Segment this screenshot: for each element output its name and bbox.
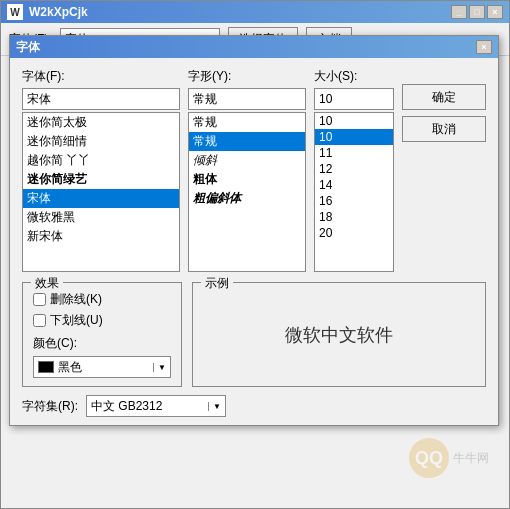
minimize-btn[interactable]: _ xyxy=(451,5,467,19)
maximize-btn[interactable]: □ xyxy=(469,5,485,19)
sample-box: 示例 微软中文软件 xyxy=(192,282,486,387)
underline-row: 下划线(U) xyxy=(33,312,171,329)
ok-cancel-column: 确定 取消 xyxy=(402,68,486,272)
watermark: QQ 牛牛网 xyxy=(409,438,489,478)
bottom-row: 效果 删除线(K) 下划线(U) 颜色(C): 黑色 xyxy=(22,282,486,387)
ok-button[interactable]: 确定 xyxy=(402,84,486,110)
color-row: 颜色(C): xyxy=(33,335,171,352)
style-column: 字形(Y): 常规 常规 倾斜 粗体 粗偏斜体 xyxy=(188,68,306,272)
size-item-2[interactable]: 11 xyxy=(315,145,393,161)
underline-label: 下划线(U) xyxy=(50,312,103,329)
sample-content: 微软中文软件 xyxy=(193,283,485,386)
watermark-logo: QQ xyxy=(409,438,449,478)
color-swatch xyxy=(38,361,54,373)
font-dialog: 字体 × 字体(F): 迷你简太极 迷你简细情 越你简 丫丫 迷你简绿艺 宋体 xyxy=(9,35,499,426)
font-item-1[interactable]: 迷你简细情 xyxy=(23,132,179,151)
style-item-3[interactable]: 粗体 xyxy=(189,170,305,189)
font-col-label: 字体(F): xyxy=(22,68,180,85)
sample-legend: 示例 xyxy=(201,275,233,292)
effects-legend: 效果 xyxy=(31,275,63,292)
watermark-text: 牛牛网 xyxy=(453,450,489,467)
charset-select[interactable]: 中文 GB2312 ▼ xyxy=(86,395,226,417)
color-value: 黑色 xyxy=(58,359,82,376)
charset-row: 字符集(R): 中文 GB2312 ▼ xyxy=(22,395,486,417)
charset-dropdown-arrow: ▼ xyxy=(208,402,221,411)
style-item-0[interactable]: 常规 xyxy=(189,113,305,132)
style-col-label: 字形(Y): xyxy=(188,68,306,85)
font-item-4[interactable]: 宋体 xyxy=(23,189,179,208)
strikethrough-checkbox[interactable] xyxy=(33,293,46,306)
font-item-0[interactable]: 迷你简太极 xyxy=(23,113,179,132)
bg-window-icon: W xyxy=(7,4,23,20)
dialog-body: 字体(F): 迷你简太极 迷你简细情 越你简 丫丫 迷你简绿艺 宋体 微软雅黑 … xyxy=(10,58,498,425)
size-column-input[interactable] xyxy=(314,88,394,110)
size-item-6[interactable]: 18 xyxy=(315,209,393,225)
size-col-label: 大小(S): xyxy=(314,68,394,85)
background-window: W W2kXpCjk _ □ × 字体(F): 选择字体 文档 Rit 字体 × xyxy=(0,0,510,509)
dialog-title-controls: × xyxy=(476,40,492,54)
underline-checkbox[interactable] xyxy=(33,314,46,327)
bg-titlebar-controls: _ □ × xyxy=(451,5,503,19)
effects-box: 效果 删除线(K) 下划线(U) 颜色(C): 黑色 xyxy=(22,282,182,387)
color-dropdown-arrow: ▼ xyxy=(153,363,166,372)
style-column-input[interactable] xyxy=(188,88,306,110)
size-item-5[interactable]: 16 xyxy=(315,193,393,209)
size-item-4[interactable]: 14 xyxy=(315,177,393,193)
strikethrough-row: 删除线(K) xyxy=(33,291,171,308)
strikethrough-label: 删除线(K) xyxy=(50,291,102,308)
dialog-title: 字体 xyxy=(16,39,40,56)
size-item-3[interactable]: 12 xyxy=(315,161,393,177)
font-item-3[interactable]: 迷你简绿艺 xyxy=(23,170,179,189)
charset-value: 中文 GB2312 xyxy=(91,398,162,415)
size-item-1[interactable]: 10 xyxy=(315,129,393,145)
dialog-close-button[interactable]: × xyxy=(476,40,492,54)
close-bg-btn[interactable]: × xyxy=(487,5,503,19)
color-label: 颜色(C): xyxy=(33,335,77,352)
bg-titlebar: W W2kXpCjk _ □ × xyxy=(1,1,509,23)
style-item-2[interactable]: 倾斜 xyxy=(189,151,305,170)
font-item-2[interactable]: 越你简 丫丫 xyxy=(23,151,179,170)
size-item-0[interactable]: 10 xyxy=(315,113,393,129)
font-column: 字体(F): 迷你简太极 迷你简细情 越你简 丫丫 迷你简绿艺 宋体 微软雅黑 … xyxy=(22,68,180,272)
style-item-1[interactable]: 常规 xyxy=(189,132,305,151)
font-listbox[interactable]: 迷你简太极 迷你简细情 越你简 丫丫 迷你简绿艺 宋体 微软雅黑 新宋体 xyxy=(22,112,180,272)
color-select[interactable]: 黑色 ▼ xyxy=(33,356,171,378)
size-column: 大小(S): 10 10 11 12 14 16 18 20 xyxy=(314,68,394,272)
font-column-input[interactable] xyxy=(22,88,180,110)
cancel-button[interactable]: 取消 xyxy=(402,116,486,142)
size-listbox[interactable]: 10 10 11 12 14 16 18 20 xyxy=(314,112,394,272)
size-item-7[interactable]: 20 xyxy=(315,225,393,241)
style-item-4[interactable]: 粗偏斜体 xyxy=(189,189,305,208)
font-item-6[interactable]: 新宋体 xyxy=(23,227,179,246)
charset-label: 字符集(R): xyxy=(22,398,78,415)
bg-window-title: W2kXpCjk xyxy=(29,5,88,19)
style-listbox[interactable]: 常规 常规 倾斜 粗体 粗偏斜体 xyxy=(188,112,306,272)
columns-row: 字体(F): 迷你简太极 迷你简细情 越你简 丫丫 迷你简绿艺 宋体 微软雅黑 … xyxy=(22,68,486,272)
dialog-titlebar: 字体 × xyxy=(10,36,498,58)
font-item-5[interactable]: 微软雅黑 xyxy=(23,208,179,227)
